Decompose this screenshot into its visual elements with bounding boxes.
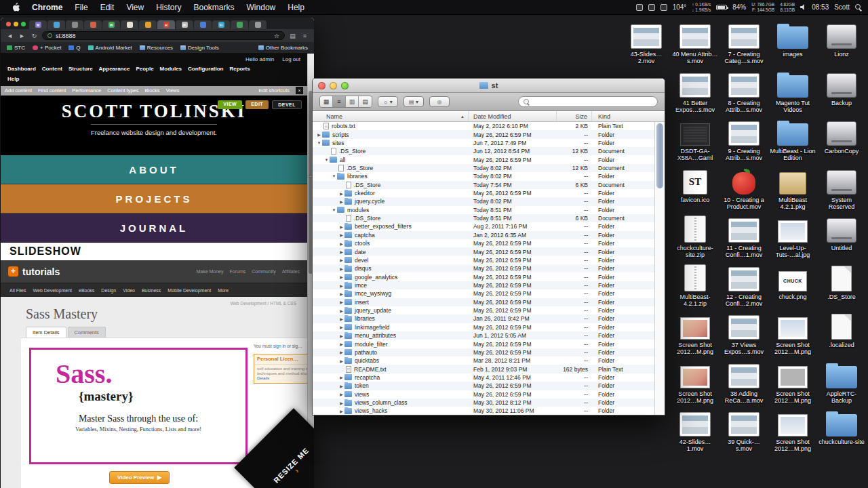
desktop-icon[interactable]: images (770, 20, 816, 58)
app-menu-chrome[interactable]: Chrome (26, 3, 68, 12)
file-row[interactable]: recaptcha May 4, 2011 12:46 PM -- Folder (313, 373, 665, 382)
bookmark-item[interactable]: STC (7, 45, 25, 51)
status-icon[interactable] (648, 4, 655, 11)
tuts-nav-item[interactable]: Community (252, 269, 275, 274)
disclosure-triangle-icon[interactable] (338, 333, 344, 338)
arrange-button[interactable]: ▤ ▾ (403, 96, 424, 107)
breadcrumb[interactable]: Web Development / HTML & CSS (1, 300, 307, 306)
edit-shortcuts-link[interactable]: Edit shortcuts (259, 87, 290, 94)
file-row[interactable]: modules Today 8:51 PM -- Folder (313, 206, 665, 214)
back-button[interactable]: ◄ (5, 33, 14, 39)
drupal-menu-item[interactable]: Configuration (188, 66, 223, 72)
desktop-icon[interactable]: 37 Views Expos…s.mov (721, 311, 767, 355)
browser-tab[interactable] (84, 20, 102, 29)
file-row[interactable]: scripts May 26, 2012 6:59 PM -- Folder (313, 130, 665, 138)
browser-tab[interactable] (249, 20, 267, 29)
file-row[interactable]: menu_attributes Jun 1, 2012 5:05 AM -- F… (313, 331, 665, 340)
account-link[interactable]: Log out (282, 56, 300, 62)
coverflow-view-button[interactable]: ▤ (359, 96, 372, 107)
browser-tab[interactable] (139, 20, 157, 29)
desktop-icon[interactable]: 7 - Creating Categ…s.mov (721, 20, 767, 64)
desktop-icon[interactable]: .DS_Store (818, 263, 865, 300)
status-icon[interactable] (660, 4, 667, 11)
file-row[interactable]: google_analytics May 26, 2012 6:59 PM --… (313, 272, 665, 281)
browser-tab[interactable]: Fi (212, 20, 230, 29)
column-view-button[interactable]: ▥ (346, 96, 359, 107)
close-window-button[interactable] (318, 82, 326, 89)
tuts-subnav-item[interactable]: Web Development (33, 288, 72, 293)
shortcut-link[interactable]: Content types (107, 87, 138, 94)
zoom-window-button[interactable] (21, 22, 26, 26)
tuts-subnav-item[interactable]: More (218, 288, 229, 293)
menu-item[interactable]: Edit (94, 3, 121, 12)
drupal-menu-item[interactable]: People (136, 66, 153, 72)
finder-titlebar[interactable]: st (313, 79, 665, 93)
desktop-icon[interactable]: chuckculture-site.zip (672, 214, 718, 258)
site-nav-item[interactable]: ABOUT (1, 155, 307, 184)
drupal-menu-item[interactable]: Reports (230, 66, 250, 72)
content-tab[interactable]: Item Details (26, 327, 66, 338)
shortcut-link[interactable]: Find content (38, 87, 66, 94)
desktop-icon[interactable]: AppleRTC-Backup (818, 360, 865, 404)
disclosure-triangle-icon[interactable] (338, 317, 344, 321)
file-row[interactable]: libraries Jan 26, 2011 9:42 PM -- Folder (313, 314, 665, 323)
desktop-icon[interactable]: 10 - Creating a Product.mov (721, 166, 767, 210)
browser-tab[interactable]: M (29, 20, 47, 29)
tuts-nav-item[interactable]: Make Money (196, 269, 223, 274)
finder-scrollbar[interactable] (654, 122, 665, 415)
shortcut-link[interactable]: Views (166, 87, 180, 94)
disclosure-triangle-icon[interactable] (331, 174, 337, 178)
disclosure-triangle-icon[interactable] (323, 158, 330, 162)
admin-tab[interactable]: DEVEL (272, 100, 302, 109)
disclosure-triangle-icon[interactable] (338, 249, 344, 254)
desktop-icon[interactable]: Lionz (818, 20, 865, 58)
file-row[interactable]: libraries Today 8:02 PM -- Folder (313, 172, 665, 180)
desktop-icon[interactable]: 43-Slides…2.mov (623, 20, 669, 64)
disclosure-triangle-icon[interactable] (316, 141, 322, 145)
disclosure-triangle-icon[interactable] (338, 241, 344, 246)
file-row[interactable]: quicktabs Mar 28, 2012 8:21 PM -- Folder (313, 357, 665, 365)
bookmark-star-icon[interactable]: ☆ (274, 33, 279, 39)
account-link[interactable]: Hello admin (245, 56, 274, 62)
desktop-icon[interactable]: 38 Adding ReCa…a.mov (721, 360, 767, 404)
column-header-size[interactable]: Size (557, 111, 592, 121)
file-row[interactable]: linkimagefield May 26, 2012 6:59 PM -- F… (313, 323, 665, 331)
site-nav-item[interactable]: JOURNAL (1, 214, 307, 243)
browser-tab[interactable]: JK (176, 20, 193, 29)
disclosure-triangle-icon[interactable] (338, 224, 344, 229)
tuts-nav-item[interactable]: Forums (230, 269, 246, 274)
battery-icon[interactable] (716, 5, 727, 10)
tuts-nav-item[interactable]: Affiliates (282, 269, 300, 274)
disclosure-triangle-icon[interactable] (338, 350, 344, 354)
disclosure-triangle-icon[interactable] (338, 384, 344, 388)
file-row[interactable]: captcha Jan 2, 2012 6:35 AM -- Folder (313, 231, 665, 239)
disclosure-triangle-icon[interactable] (338, 308, 344, 313)
desktop-icon[interactable]: MultiBeast 4.2.1.pkg (770, 166, 816, 210)
disclosure-triangle-icon[interactable] (338, 258, 344, 262)
menu-item[interactable]: View (120, 3, 150, 12)
desktop-icon[interactable]: 8 - Creating Attrib…s.mov (721, 69, 767, 113)
browser-tab[interactable] (121, 20, 138, 29)
file-row[interactable]: views_hacks May 30, 2012 11:06 PM -- Fol… (313, 407, 665, 415)
icon-view-button[interactable]: ▦ (320, 96, 333, 107)
close-window-button[interactable] (6, 22, 11, 26)
status-icon[interactable] (636, 4, 643, 11)
bookmark-item[interactable]: Android Market (88, 45, 132, 51)
desktop-icon[interactable]: CHUCK chuck.png (770, 263, 816, 300)
file-row[interactable]: devel May 26, 2012 6:59 PM -- Folder (313, 256, 665, 264)
action-gear-button[interactable]: ☼ ▾ (378, 96, 398, 107)
search-input[interactable] (532, 98, 652, 105)
browser-tab[interactable]: H (157, 20, 175, 29)
admin-tab[interactable]: VIEW (218, 100, 242, 109)
sign-in-link[interactable]: sign in (273, 344, 286, 348)
disclosure-triangle-icon[interactable] (338, 283, 344, 288)
desktop-icon[interactable]: MultiBeast - Lion Edition (770, 117, 816, 161)
tuts-logo-text[interactable]: tutorials (22, 266, 60, 277)
desktop-icon[interactable]: DSDT-GA-X58A…Gaml (672, 117, 718, 161)
file-row[interactable]: token May 26, 2012 6:59 PM -- Folder (313, 382, 665, 390)
other-bookmarks-button[interactable]: Other Bookmarks (258, 45, 308, 51)
tuts-subnav-item[interactable]: All Files (9, 288, 26, 293)
file-row[interactable]: ctools May 26, 2012 6:59 PM -- Folder (313, 239, 665, 247)
disclosure-triangle-icon[interactable] (338, 232, 344, 237)
disclosure-triangle-icon[interactable] (338, 300, 344, 304)
